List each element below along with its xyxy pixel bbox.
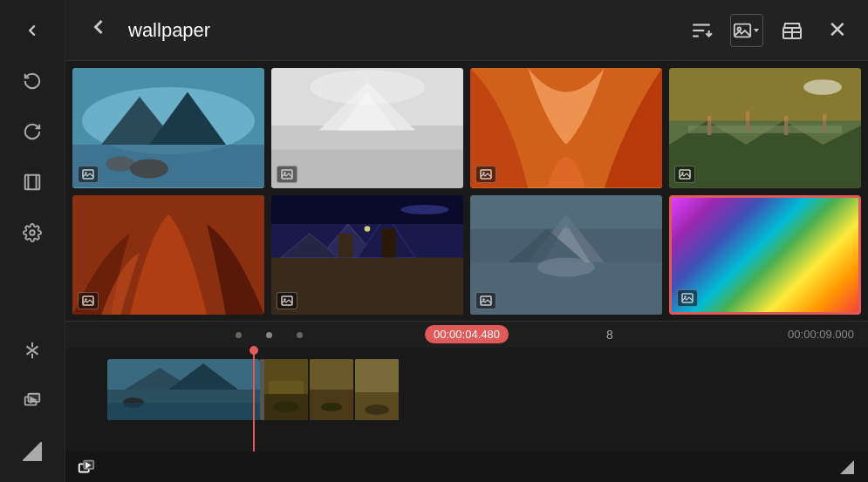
svg-marker-18 <box>754 29 759 32</box>
svg-rect-0 <box>25 175 40 190</box>
svg-rect-63 <box>382 228 397 257</box>
svg-rect-75 <box>470 195 662 229</box>
timeline-end-time: 00:00:09.000 <box>788 328 854 341</box>
car-segment-2 <box>310 359 353 420</box>
svg-rect-62 <box>338 234 353 258</box>
svg-rect-96 <box>269 381 304 394</box>
timeline-overlay-button[interactable] <box>72 455 100 479</box>
playhead <box>253 348 255 451</box>
media-grid-area <box>65 61 868 321</box>
media-grid <box>72 68 861 321</box>
svg-rect-37 <box>282 170 292 179</box>
car-segment-1 <box>264 359 308 420</box>
sidebar-crop-button[interactable] <box>10 160 54 204</box>
media-item-2[interactable] <box>271 68 463 188</box>
media-item-8[interactable] <box>669 195 861 316</box>
svg-point-41 <box>482 172 484 173</box>
media-item-6[interactable] <box>271 195 463 316</box>
store-button[interactable] <box>776 14 809 47</box>
svg-rect-78 <box>682 294 693 302</box>
main-area: wallpaper <box>65 0 868 482</box>
svg-rect-58 <box>271 257 463 315</box>
thumb-icon-4 <box>674 166 695 183</box>
sidebar-settings-button[interactable] <box>10 211 54 255</box>
topbar: wallpaper <box>65 0 868 61</box>
thumb-icon-7 <box>475 292 496 309</box>
sidebar-overlay-button[interactable] <box>10 379 54 423</box>
sidebar-redo-button[interactable] <box>10 110 54 153</box>
timeline: 00:00:04.480 8 00:00:09.000 <box>65 321 868 482</box>
svg-point-79 <box>684 295 686 297</box>
svg-point-102 <box>365 404 389 415</box>
svg-rect-45 <box>688 126 842 133</box>
svg-point-17 <box>738 27 742 31</box>
car-segment-3 <box>355 359 399 420</box>
thumb-icon-6 <box>277 292 297 309</box>
cars-clip[interactable] <box>264 359 399 420</box>
thumb-icon-2 <box>277 166 297 183</box>
svg-point-66 <box>401 205 449 214</box>
media-item-5[interactable] <box>72 195 264 316</box>
svg-point-30 <box>85 172 86 173</box>
topbar-title: wallpaper <box>128 19 210 42</box>
svg-point-99 <box>321 403 342 411</box>
media-item-4[interactable] <box>669 68 861 188</box>
timeline-ruler: 00:00:04.480 8 00:00:09.000 <box>65 322 868 348</box>
svg-rect-16 <box>735 24 750 37</box>
sort-icon-button[interactable] <box>685 14 718 47</box>
timeline-corner-button[interactable] <box>833 455 861 479</box>
svg-point-64 <box>365 226 371 232</box>
sidebar-adjust-button[interactable] <box>10 329 54 372</box>
svg-rect-67 <box>282 296 292 305</box>
sidebar <box>0 0 65 482</box>
svg-rect-55 <box>83 296 93 305</box>
svg-point-38 <box>284 172 285 173</box>
topbar-back-button[interactable] <box>79 11 118 49</box>
svg-point-53 <box>681 172 683 173</box>
svg-rect-29 <box>83 170 93 179</box>
thumb-icon-3 <box>475 166 496 183</box>
thumb-icon-1 <box>78 166 99 183</box>
sidebar-back-button[interactable] <box>10 9 54 52</box>
svg-rect-52 <box>680 170 690 179</box>
media-item-1[interactable] <box>72 68 264 188</box>
timeline-bottom <box>65 451 868 482</box>
sidebar-undo-button[interactable] <box>10 59 54 103</box>
svg-marker-11 <box>23 442 42 461</box>
svg-rect-35 <box>271 150 463 188</box>
svg-rect-92 <box>107 403 260 420</box>
topbar-icons: ✕ <box>685 14 854 47</box>
svg-point-95 <box>273 402 299 412</box>
timeline-marker: 8 <box>606 328 613 342</box>
svg-point-3 <box>30 230 35 235</box>
svg-rect-50 <box>669 68 861 121</box>
svg-point-28 <box>130 160 168 179</box>
svg-rect-26 <box>72 145 264 188</box>
svg-point-51 <box>803 79 842 95</box>
svg-point-74 <box>537 257 595 276</box>
close-button[interactable]: ✕ <box>821 14 854 47</box>
svg-rect-76 <box>481 296 491 305</box>
svg-rect-40 <box>481 170 491 179</box>
media-button[interactable] <box>730 14 763 47</box>
svg-marker-106 <box>840 460 854 474</box>
svg-point-36 <box>310 70 425 105</box>
media-item-3[interactable] <box>470 68 662 188</box>
svg-point-77 <box>482 298 484 300</box>
timeline-timestamp: 00:00:04.480 <box>425 325 509 343</box>
video-track <box>72 356 861 422</box>
media-item-7[interactable] <box>470 195 662 316</box>
thumb-icon-8 <box>677 289 698 307</box>
thumb-icon-5 <box>78 292 99 309</box>
sidebar-corner-button[interactable] <box>10 430 54 473</box>
timeline-tracks <box>65 348 868 451</box>
landscape-clip[interactable] <box>107 359 260 420</box>
svg-point-68 <box>284 298 285 300</box>
svg-point-56 <box>85 298 86 300</box>
